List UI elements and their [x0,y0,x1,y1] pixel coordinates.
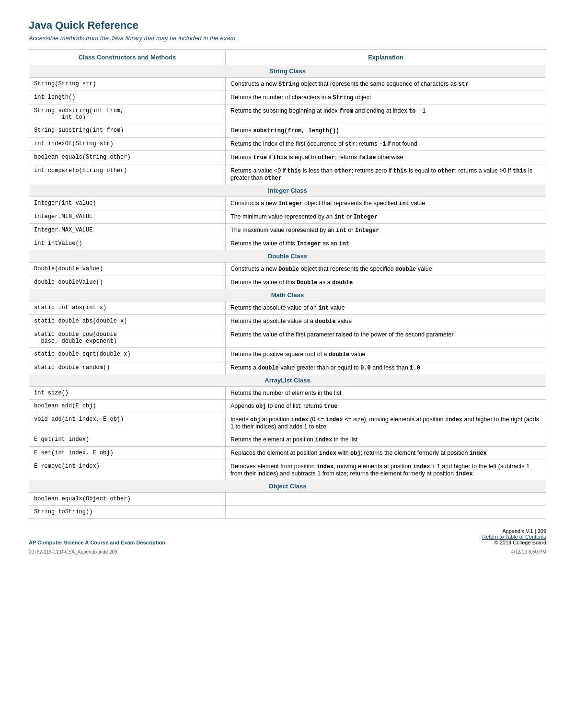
explanation-cell: Returns the absolute value of a double v… [226,315,546,328]
explanation-cell: Constructs a new String object that repr… [226,78,546,91]
method-cell: int length() [29,91,226,104]
explanation-cell: The minimum value represented by an int … [226,210,546,224]
table-row: String(String str)Constructs a new Strin… [29,78,546,91]
explanation-cell: Returns a value <0 if this is less than … [226,164,546,185]
footer-left: AP Computer Science A Course and Exam De… [29,540,165,545]
method-cell: boolean equals(String other) [29,151,226,164]
method-cell: Double(double value) [29,263,226,276]
explanation-cell: The maximum value represented by an int … [226,224,546,237]
table-row: static double abs(double x)Returns the a… [29,315,546,328]
method-cell: int intValue() [29,237,226,251]
table-row: static double pow(double base, double ex… [29,328,546,348]
explanation-cell: Returns the positive square root of a do… [226,348,546,361]
method-cell: E set(int index, E obj) [29,447,226,460]
method-cell: static int abs(int x) [29,301,226,315]
explanation-cell: Returns the element at position index in… [226,433,546,447]
table-row: Integer(int value)Constructs a new Integ… [29,197,546,210]
table-row: Integer.MIN_VALUEThe minimum value repre… [29,210,546,224]
table-row: double doubleValue()Returns the value of… [29,276,546,289]
section-header-string-class: String Class [29,65,546,78]
method-cell: static double random() [29,361,226,375]
section-header-double-class: Double Class [29,250,546,263]
method-cell: E get(int index) [29,433,226,447]
table-row: String toString() [29,506,546,519]
section-header-object-class: Object Class [29,480,546,493]
page-footer: AP Computer Science A Course and Exam De… [29,528,546,545]
col-header-explanation: Explanation [226,50,546,65]
table-row: Integer.MAX_VALUEThe maximum value repre… [29,224,546,237]
footer-appendix: Appendix V.1 | 209 [482,528,546,534]
table-row: int size()Returns the number of elements… [29,387,546,400]
reference-table: Class Constructors and Methods Explanati… [29,49,546,519]
method-cell: String substring(int from) [29,124,226,138]
explanation-cell: Returns the substring beginning at index… [226,104,546,124]
section-header-integer-class: Integer Class [29,185,546,197]
table-row: E remove(int index)Removes element from … [29,460,546,481]
section-header-arraylist-class: ArrayList Class [29,374,546,387]
table-row: String substring(int from)Returns substr… [29,124,546,138]
method-cell: boolean add(E obj) [29,400,226,413]
explanation-cell: Constructs a new Double object that repr… [226,263,546,276]
table-row: boolean add(E obj)Appends obj to end of … [29,400,546,413]
table-row: static double random()Returns a double v… [29,361,546,375]
method-cell: boolean equals(Object other) [29,493,226,506]
footer-course-bold: AP Computer Science A [29,540,89,545]
method-cell: int size() [29,387,226,400]
method-cell: String(String str) [29,78,226,91]
explanation-cell: Inserts obj at position index (0 <= inde… [226,413,546,433]
method-cell: void add(int index, E obj) [29,413,226,433]
method-cell: static double sqrt(double x) [29,348,226,361]
explanation-cell: Constructs a new Integer object that rep… [226,197,546,210]
explanation-cell: Returns the number of elements in the li… [226,387,546,400]
method-cell: Integer.MIN_VALUE [29,210,226,224]
method-cell: static double abs(double x) [29,315,226,328]
table-row: void add(int index, E obj)Inserts obj at… [29,413,546,433]
explanation-cell: Returns true if this is equal to other; … [226,151,546,164]
table-row: Double(double value)Constructs a new Dou… [29,263,546,276]
explanation-cell: Returns the index of the first occurrenc… [226,138,546,151]
explanation-cell: Appends obj to end of list; returns true [226,400,546,413]
file-info-right: 4/12/19 8:50 PM [511,549,546,555]
method-cell: int compareTo(String other) [29,164,226,185]
footer-course-normal: Course and Exam Description [90,540,165,545]
footer-copyright: © 2019 College Board [482,540,546,545]
table-row: int indexOf(String str)Returns the index… [29,138,546,151]
table-row: String substring(int from, int to)Return… [29,104,546,124]
file-info-left: 00762-118-CED-CSA_Appendix.indd 209 [29,549,117,555]
table-row: static int abs(int x)Returns the absolut… [29,301,546,315]
explanation-cell: Returns the absolute value of an int val… [226,301,546,315]
table-row: boolean equals(String other)Returns true… [29,151,546,164]
footer-right: Appendix V.1 | 209 Return to Table of Co… [482,528,546,545]
explanation-cell: Returns the value of this Integer as an … [226,237,546,251]
explanation-cell: Returns a double value greater than or e… [226,361,546,375]
explanation-cell: Returns the value of this Double as a do… [226,276,546,289]
explanation-cell: Returns the value of the first parameter… [226,328,546,348]
method-cell: double doubleValue() [29,276,226,289]
table-row: boolean equals(Object other) [29,493,546,506]
table-row: int intValue()Returns the value of this … [29,237,546,251]
method-cell: int indexOf(String str) [29,138,226,151]
page-title: Java Quick Reference [29,19,546,32]
table-row: E set(int index, E obj)Replaces the elem… [29,447,546,460]
method-cell: static double pow(double base, double ex… [29,328,226,348]
explanation-cell [226,493,546,506]
table-row: E get(int index)Returns the element at p… [29,433,546,447]
col-header-methods: Class Constructors and Methods [29,50,226,65]
explanation-cell [226,506,546,519]
table-row: int length()Returns the number of charac… [29,91,546,104]
method-cell: String toString() [29,506,226,519]
table-row: int compareTo(String other)Returns a val… [29,164,546,185]
section-header-math-class: Math Class [29,289,546,301]
method-cell: E remove(int index) [29,460,226,481]
method-cell: String substring(int from, int to) [29,104,226,124]
explanation-cell: Returns substring(from, length()) [226,124,546,138]
page-subtitle: Accessible methods from the Java library… [29,35,546,42]
table-row: static double sqrt(double x)Returns the … [29,348,546,361]
method-cell: Integer.MAX_VALUE [29,224,226,237]
explanation-cell: Returns the number of characters in a St… [226,91,546,104]
explanation-cell: Replaces the element at position index w… [226,447,546,460]
explanation-cell: Removes element from position index, mov… [226,460,546,481]
footer-toc-link[interactable]: Return to Table of Contents [482,534,546,540]
method-cell: Integer(int value) [29,197,226,210]
